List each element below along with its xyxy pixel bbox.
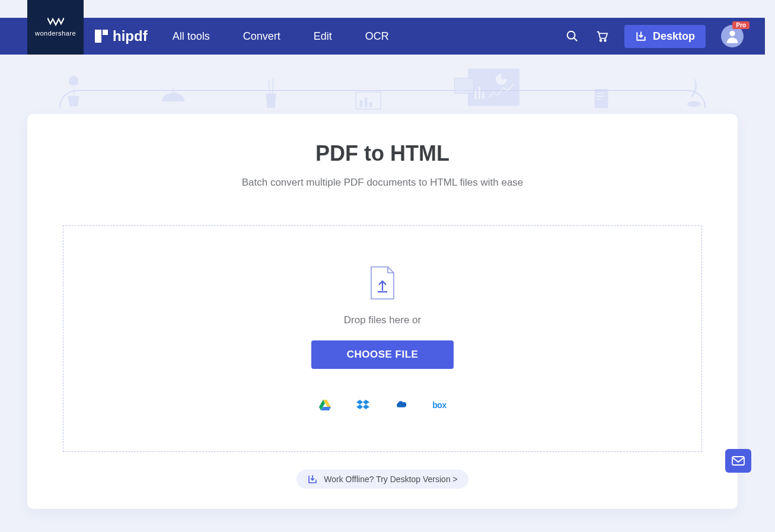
google-drive-icon [319, 400, 331, 410]
nav-edit[interactable]: Edit [314, 30, 332, 43]
wondershare-brand[interactable]: wondershare [27, 0, 84, 55]
choose-file-button[interactable]: CHOOSE FILE [311, 340, 454, 369]
decorative-banner [0, 55, 765, 114]
svg-rect-13 [364, 98, 367, 107]
download-small-icon [307, 474, 318, 485]
svg-rect-1 [103, 30, 108, 35]
download-icon [635, 30, 647, 42]
hipdf-logo[interactable]: hipdf [95, 28, 148, 44]
svg-rect-19 [479, 87, 480, 99]
search-button[interactable] [565, 29, 579, 43]
hipdf-logo-text: hipdf [113, 28, 148, 44]
dropbox-button[interactable] [356, 399, 369, 412]
hipdf-logo-icon [95, 30, 108, 43]
pencil-cup-icon [259, 72, 283, 114]
svg-rect-16 [455, 78, 474, 94]
svg-point-4 [600, 40, 602, 42]
onedrive-button[interactable] [394, 399, 407, 412]
lamp-icon [159, 84, 187, 114]
avatar-icon [724, 28, 741, 44]
cart-icon [595, 30, 608, 43]
svg-point-6 [729, 31, 735, 36]
pro-badge: Pro [732, 21, 750, 29]
svg-rect-8 [173, 87, 174, 94]
svg-rect-18 [474, 90, 476, 99]
svg-rect-15 [468, 69, 519, 106]
svg-line-9 [269, 79, 270, 94]
box-icon: box [432, 400, 446, 410]
main-card: PDF to HTML Batch convert multiple PDF d… [27, 114, 738, 509]
dropbox-icon [356, 400, 369, 410]
document-icon [592, 84, 611, 114]
box-button[interactable]: box [432, 399, 446, 412]
cart-button[interactable] [595, 29, 609, 43]
svg-rect-0 [95, 30, 101, 43]
svg-point-2 [567, 31, 575, 39]
nav-all-tools[interactable]: All tools [173, 30, 210, 43]
offline-text: Work Offline? Try Desktop Version > [324, 474, 458, 484]
svg-rect-7 [74, 84, 74, 95]
dashboard-icon [454, 60, 521, 114]
svg-rect-12 [359, 100, 362, 107]
svg-point-25 [687, 101, 701, 107]
svg-line-3 [574, 38, 578, 42]
chart-small-icon [354, 84, 382, 114]
svg-rect-23 [597, 95, 604, 97]
search-icon [566, 30, 579, 43]
svg-rect-14 [369, 103, 372, 107]
file-dropzone[interactable]: Drop files here or CHOOSE FILE box [63, 225, 702, 452]
page-subtitle: Batch convert multiple PDF documents to … [63, 177, 702, 189]
quill-icon [682, 72, 706, 114]
feedback-button[interactable] [725, 449, 751, 473]
plant-icon [59, 66, 88, 114]
nav-convert[interactable]: Convert [243, 30, 280, 43]
desktop-button-label: Desktop [653, 30, 695, 43]
desktop-button[interactable]: Desktop [624, 25, 706, 48]
svg-rect-24 [597, 98, 601, 100]
wondershare-w-icon [47, 18, 64, 26]
svg-rect-26 [732, 457, 744, 465]
svg-rect-22 [597, 93, 604, 94]
mail-icon [732, 456, 745, 466]
brand-name: wondershare [35, 30, 76, 37]
offline-link[interactable]: Work Offline? Try Desktop Version > [296, 470, 468, 489]
account-avatar[interactable]: Pro [721, 25, 744, 47]
svg-line-10 [272, 77, 273, 93]
page-title: PDF to HTML [63, 141, 702, 166]
svg-rect-11 [356, 92, 381, 109]
upload-file-icon [369, 266, 396, 300]
onedrive-icon [394, 400, 407, 410]
google-drive-button[interactable] [318, 399, 331, 412]
svg-rect-20 [482, 93, 484, 99]
svg-point-5 [604, 40, 606, 42]
drop-hint: Drop files here or [344, 314, 421, 326]
nav-ocr[interactable]: OCR [365, 30, 389, 43]
top-nav: hipdf All tools Convert Edit OCR Desktop… [0, 18, 765, 55]
